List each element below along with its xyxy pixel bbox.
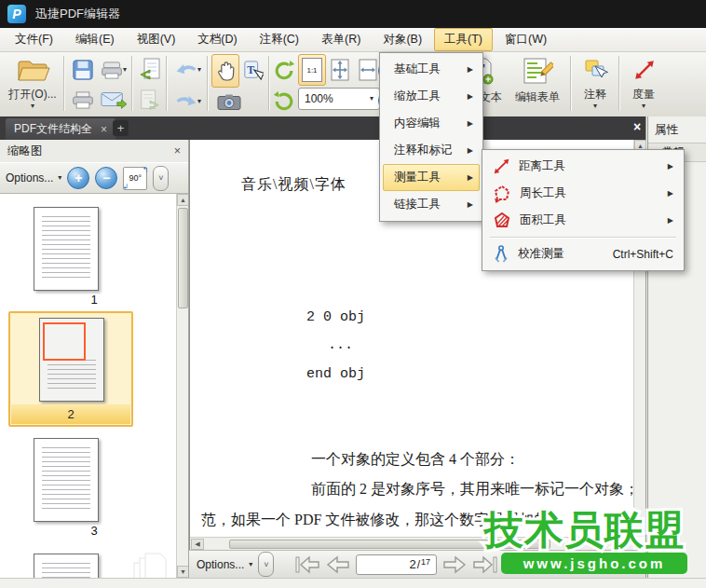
view-more-button[interactable]: ˅ (258, 552, 274, 577)
view-mode-button-1[interactable]: ▾ (537, 555, 553, 574)
title-bar: P 迅捷PDF编辑器 (0, 0, 706, 28)
scroll-left-icon[interactable]: ◀ (191, 539, 204, 550)
thumbnail-panel-close-icon[interactable]: × (174, 144, 181, 157)
rotate-view-cw-button[interactable] (272, 87, 296, 115)
save-icon (72, 59, 94, 81)
undo-button[interactable]: ▾ (170, 58, 206, 82)
fit-page-button[interactable] (326, 54, 354, 86)
scan-button[interactable]: ▾ (97, 55, 130, 85)
thumbnail-zoom-out-button[interactable]: − (95, 167, 117, 189)
scroll-down-icon[interactable]: ▼ (177, 566, 188, 578)
chevron-down-icon: ˅ (158, 173, 163, 183)
close-document-button[interactable]: × (630, 119, 645, 136)
page-text-para3: 范，如果一个 PDF 文件被修改，那这个数字是累加的， (201, 511, 563, 530)
submenu-perimeter-tool[interactable]: 周长工具 ▶ (485, 180, 681, 207)
viewer-hscrollbar-thumb[interactable] (229, 540, 550, 549)
measure-icon (623, 54, 666, 86)
thumbnail-page-4[interactable] (34, 554, 99, 578)
app-logo: P (7, 5, 26, 23)
page-import-icon (139, 57, 161, 83)
app-logo-letter: P (12, 7, 20, 21)
submenu-calibrate-measure[interactable]: 校准测量 Ctrl+Shift+C (485, 240, 681, 267)
page-text-ellipsis: ... (328, 337, 353, 353)
page-text-obj-end: end obj (306, 366, 365, 382)
scroll-up-icon[interactable]: ▲ (177, 194, 188, 206)
edit-form-icon (509, 54, 568, 88)
measure-button[interactable]: 度量 ▾ (623, 52, 664, 115)
tools-menu-basic[interactable]: 基础工具▶ (383, 56, 480, 83)
menu-edit[interactable]: 编辑(E) (65, 28, 125, 51)
actual-size-button[interactable]: 1:1 (298, 54, 326, 86)
first-page-button[interactable] (294, 555, 320, 574)
view-mode-button-4[interactable]: ▾ (601, 555, 617, 574)
page-number-input[interactable]: 2 / 17 (356, 554, 437, 575)
thumbnail-options-bar: Options... ▾ + − 90° ↰↲ ˅ (0, 162, 188, 194)
email-button[interactable] (97, 86, 130, 114)
viewer-horizontal-scrollbar[interactable]: ◀ (190, 537, 633, 550)
prev-page-button[interactable] (326, 555, 350, 574)
view-mode-button-5[interactable]: ▾ (622, 555, 638, 574)
email-icon (101, 90, 127, 109)
tools-menu-zoom[interactable]: 缩放工具▶ (383, 83, 480, 110)
menu-comment[interactable]: 注释(C) (250, 28, 309, 51)
tools-menu-comment-markup[interactable]: 注释和标记▶ (383, 137, 480, 164)
menu-file[interactable]: 文件(F) (5, 28, 63, 51)
page-text-obj-open: 2 0 obj (306, 309, 365, 325)
view-options-button[interactable]: Options... ▾ (197, 558, 252, 571)
comment-button[interactable]: 注释 ▾ (575, 52, 616, 115)
open-button[interactable]: 打开(O)... ▾ (4, 52, 61, 115)
submenu-distance-tool[interactable]: 距离工具 ▶ (485, 153, 681, 180)
rotate-cw-icon (274, 90, 294, 111)
tab-close-icon[interactable]: × (101, 123, 107, 136)
print-button[interactable] (68, 86, 98, 114)
tools-menu-content-edit[interactable]: 内容编辑▶ (383, 110, 480, 137)
stacked-pages-watermark-icon (132, 552, 170, 578)
redo-button[interactable]: ▾ (170, 89, 206, 114)
edit-form-button[interactable]: 编辑表单 (509, 52, 566, 115)
document-tab[interactable]: PDF文件结构全 × (6, 118, 115, 140)
visible-area-rect[interactable] (43, 322, 86, 361)
last-page-button[interactable] (472, 555, 498, 574)
snapshot-button[interactable] (213, 89, 245, 115)
thumbnail-page-2[interactable] (39, 318, 104, 402)
import-page-button[interactable] (135, 54, 165, 86)
thumbnail-zoom-in-button[interactable]: + (67, 167, 89, 189)
tools-menu-measure[interactable]: 测量工具▶ (383, 164, 480, 191)
view-mode-button-3[interactable]: ▾ (580, 555, 596, 574)
menu-tools[interactable]: 工具(T) (434, 28, 493, 51)
rotate-page-90-button[interactable]: 90° ↰↲ (123, 167, 147, 190)
submenu-arrow-icon: ▶ (668, 216, 673, 225)
view-mode-button-2[interactable]: ▾ (559, 555, 575, 574)
tools-menu-link[interactable]: 链接工具▶ (383, 191, 480, 218)
menu-document[interactable]: 文档(D) (187, 28, 247, 51)
thumbnail-page-1[interactable] (34, 207, 99, 291)
previous-view-button[interactable] (513, 557, 532, 572)
menu-window[interactable]: 窗口(W) (495, 28, 557, 51)
thumbnail-page-3[interactable] (34, 438, 99, 522)
zoom-level-select[interactable]: 100% ▾ (298, 88, 380, 110)
thumbnail-scrollbar[interactable]: ▲ ▼ (176, 194, 188, 578)
thumbnail-scrollbar-thumb[interactable] (178, 208, 188, 308)
save-button[interactable] (68, 55, 98, 85)
menu-object[interactable]: 对象(B) (373, 28, 432, 51)
menu-form[interactable]: 表单(R) (311, 28, 371, 51)
thumbnail-page-2-selected[interactable]: 2 (8, 311, 133, 427)
thumbnail-more-button[interactable]: ˅ (153, 166, 169, 191)
thumbnail-options-button[interactable]: Options... ▾ (6, 171, 61, 185)
select-text-icon: T (243, 60, 264, 82)
measure-caret-icon: ▾ (623, 103, 664, 110)
rotate-view-ccw-button[interactable] (272, 56, 296, 84)
thumbnail-content (42, 216, 90, 281)
hand-tool-button[interactable] (211, 54, 239, 88)
printer-icon (72, 91, 94, 109)
select-text-button[interactable]: T (239, 54, 267, 88)
measure-label: 度量 (623, 87, 664, 103)
new-tab-plus-icon: + (117, 121, 125, 135)
open-label: 打开(O)... (4, 87, 61, 103)
new-tab-button[interactable]: + (113, 120, 129, 136)
next-page-button[interactable] (442, 555, 467, 574)
export-page-button[interactable] (135, 87, 165, 115)
menu-view[interactable]: 视图(V) (127, 28, 186, 51)
thumbnail-content (48, 360, 96, 392)
submenu-area-tool[interactable]: 面积工具 ▶ (485, 207, 681, 234)
